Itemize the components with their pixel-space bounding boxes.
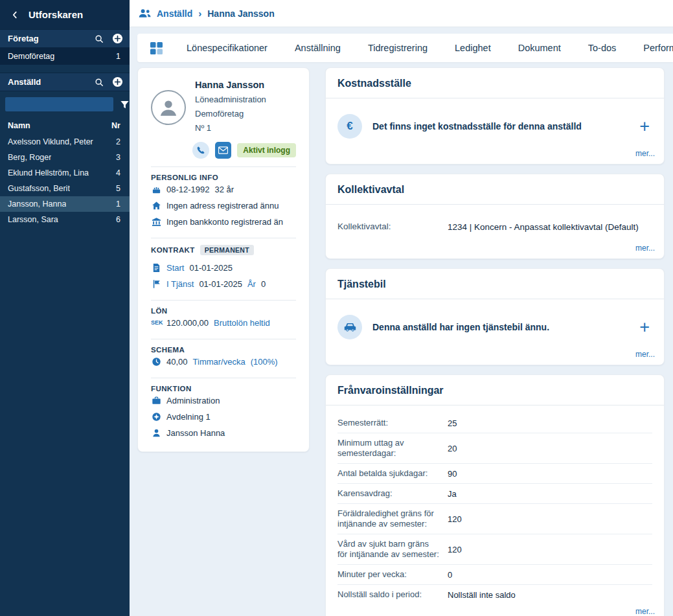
section-title-function: FUNKTION: [151, 385, 296, 393]
section-label: Företag: [8, 34, 39, 43]
birthdate-item: 08-12-1992 32 år: [151, 181, 296, 198]
grid-icon[interactable]: [150, 42, 163, 54]
search-icon[interactable]: [93, 76, 105, 88]
flag-icon: [151, 279, 161, 290]
plus-circle-icon[interactable]: [111, 33, 123, 45]
employee-name: Jansson, Hanna: [8, 200, 66, 209]
search-icon[interactable]: [93, 33, 105, 45]
absence-value: 20: [448, 444, 652, 453]
contract-start-item: Start 01-01-2025: [151, 260, 296, 276]
mail-icon[interactable]: [215, 142, 232, 159]
content: Lönespecifikationer Anställning Tidregis…: [130, 27, 673, 616]
tab-ledighet[interactable]: Ledighet: [441, 43, 505, 53]
absence-value: 25: [448, 418, 652, 428]
more-link[interactable]: mer...: [635, 350, 655, 359]
section-title-salary: LÖN: [151, 307, 296, 315]
employee-nr: 3: [116, 153, 120, 162]
schedule-item: 40,00 Timmar/vecka (100%): [151, 354, 296, 370]
home-icon: [151, 201, 161, 211]
sidebar: Utforskaren Företag Demoföretag 1 Anstäl…: [0, 0, 130, 616]
sidebar-section-anstalld[interactable]: Anställd: [0, 73, 130, 91]
main-area: Anställd › Hanna Jansson Lönespecifikati…: [130, 0, 673, 616]
column-nr: Nr: [111, 121, 120, 130]
sidebar-header: Utforskaren: [0, 0, 130, 29]
breadcrumb-current: Hanna Jansson: [207, 8, 274, 19]
absence-label: Minimum uttag av semesterdagar:: [337, 438, 448, 459]
employee-row[interactable]: Axelsson Viklund, Peter 2: [0, 134, 130, 150]
absence-label: Antal betalda sjukdagar:: [337, 468, 448, 479]
plus-circle-icon[interactable]: [111, 76, 123, 88]
tab-performance[interactable]: Performance: [630, 43, 673, 53]
section-label: Anställd: [8, 77, 41, 87]
breadcrumb-section[interactable]: Anställd: [157, 8, 192, 19]
employee-nr: 6: [116, 215, 120, 224]
employee-number: Nº 1: [195, 121, 266, 135]
absence-value: Nollställ inte saldo: [448, 590, 652, 600]
bank-icon: [151, 217, 161, 227]
employee-row[interactable]: Larsson, Sara 6: [0, 212, 130, 227]
employee-name: Axelsson Viklund, Peter: [8, 137, 93, 146]
company-nr: 1: [116, 52, 120, 61]
detail-cards: Kostnadsställe € Det finns inget kostnad…: [325, 67, 665, 616]
address-item: Ingen adress registrerad ännu: [151, 198, 296, 214]
employee-list: Axelsson Viklund, Peter 2 Berg, Roger 3 …: [0, 134, 130, 227]
absence-row: Karensavdrag: Ja: [337, 484, 652, 504]
person-icon: [151, 428, 161, 439]
absence-label: Vård av sjukt barn gräns för intjänande …: [337, 539, 448, 560]
tab-todos[interactable]: To-dos: [575, 43, 630, 53]
company-car-card: Tjänstebil Denna anställd har ingen tjän…: [325, 268, 665, 365]
tab-lonespecifikationer[interactable]: Lönespecifikationer: [173, 43, 281, 53]
tab-tidregistrering[interactable]: Tidregistrering: [354, 43, 441, 53]
clock-icon: [151, 357, 161, 367]
add-cost-center-button[interactable]: +: [637, 118, 652, 135]
more-link[interactable]: mer...: [635, 607, 655, 616]
absence-label: Minuter per vecka:: [337, 569, 448, 580]
absence-row: Minuter per vecka: 0: [337, 565, 652, 585]
function-item: Administration: [151, 393, 296, 409]
employee-company: Demoföretag: [195, 107, 266, 121]
profile-card: Hanna Jansson Löneadministration Demoför…: [137, 67, 310, 452]
employee-nr: 2: [116, 137, 120, 146]
absence-label: Nollställ saldo i period:: [337, 589, 448, 600]
employee-role: Löneadministration: [195, 93, 266, 107]
employee-row[interactable]: Eklund Hellström, Lina 4: [0, 165, 130, 181]
employee-row[interactable]: Berg, Roger 3: [0, 150, 130, 165]
chevron-left-icon[interactable]: [9, 9, 21, 21]
tab-anstallning[interactable]: Anställning: [281, 43, 354, 53]
employee-search: [0, 91, 130, 116]
employee-row[interactable]: Gustafsson, Berit 5: [0, 181, 130, 196]
filter-icon[interactable]: [120, 98, 130, 110]
absence-value: Ja: [448, 489, 652, 499]
function-item: Jansson Hanna: [151, 425, 296, 441]
section-title-personal: PERSONLIG INFO: [151, 174, 296, 181]
breadcrumb: Anställd › Hanna Jansson: [130, 0, 673, 27]
tab-dokument[interactable]: Dokument: [505, 43, 575, 53]
absence-value: 120: [448, 514, 652, 524]
salary-item: SEK 120.000,00 Bruttolön heltid: [151, 315, 296, 331]
section-title-schedule: SCHEMA: [151, 346, 296, 354]
employee-row-selected[interactable]: Jansson, Hanna 1: [0, 196, 130, 212]
tab-bar: Lönespecifikationer Anställning Tidregis…: [137, 34, 673, 62]
absence-value: 90: [448, 469, 652, 479]
sek-currency-icon: SEK: [151, 317, 161, 328]
phone-icon[interactable]: [192, 142, 209, 159]
employee-name: Larsson, Sara: [8, 215, 58, 224]
add-company-car-button[interactable]: +: [637, 319, 652, 336]
company-name: Demoföretag: [8, 52, 54, 61]
section-title-contract: KONTRAKT: [151, 246, 195, 254]
employee-list-header: Namn Nr: [0, 116, 130, 134]
absence-value: 120: [448, 545, 652, 554]
sidebar-section-foretag[interactable]: Företag: [0, 29, 130, 48]
car-icon: [337, 315, 362, 339]
contract-type-badge: PERMANENT: [200, 245, 254, 255]
more-link[interactable]: mer...: [635, 149, 655, 158]
employee-search-input[interactable]: [5, 97, 113, 111]
more-link[interactable]: mer...: [635, 244, 655, 253]
employee-name: Gustafsson, Berit: [8, 184, 70, 193]
absence-row: Minimum uttag av semesterdagar: 20: [337, 433, 652, 464]
absence-row: Antal betalda sjukdagar: 90: [337, 464, 652, 484]
absence-row: Föräldraledighet gräns för intjänande av…: [337, 504, 652, 534]
card-title: Kollektivavtal: [326, 174, 664, 205]
avatar: [151, 90, 186, 125]
company-row[interactable]: Demoföretag 1: [0, 48, 130, 65]
